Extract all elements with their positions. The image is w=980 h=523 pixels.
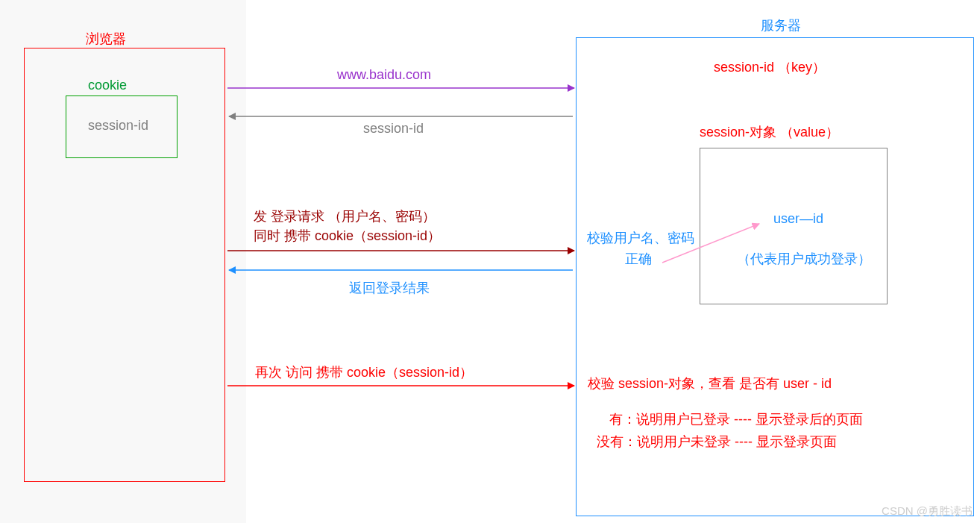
arrow3-label-2: 同时 携带 cookie（session-id） <box>254 227 441 245</box>
check-line: 校验 session-对象，查看 是否有 user - id <box>588 375 832 392</box>
arrow2-label: session-id <box>363 121 424 137</box>
verify-label-2: 正确 <box>625 250 652 268</box>
server-title: 服务器 <box>761 16 801 34</box>
not-line: 没有：说明用户未登录 ---- 显示登录页面 <box>597 433 837 451</box>
cookie-value: session-id <box>88 118 148 134</box>
user-id-label: user—id <box>773 211 823 227</box>
arrow1-label: www.baidu.com <box>337 67 431 83</box>
cookie-label: cookie <box>88 78 127 93</box>
browser-title: 浏览器 <box>86 30 126 48</box>
arrow4-label: 返回登录结果 <box>349 279 430 297</box>
verify-label-1: 校验用户名、密码 <box>587 229 694 247</box>
arrow3-label-1: 发 登录请求 （用户名、密码） <box>254 207 436 225</box>
session-key-label: session-id （key） <box>714 58 826 76</box>
watermark: CSDN @勇胜读书 <box>882 504 973 519</box>
arrow5-label: 再次 访问 携带 cookie（session-id） <box>255 363 473 381</box>
has-line: 有：说明用户已登录 ---- 显示登录后的页面 <box>609 410 863 428</box>
user-id-note: （代表用户成功登录） <box>737 250 871 268</box>
session-value-label: session-对象 （value） <box>700 123 839 141</box>
